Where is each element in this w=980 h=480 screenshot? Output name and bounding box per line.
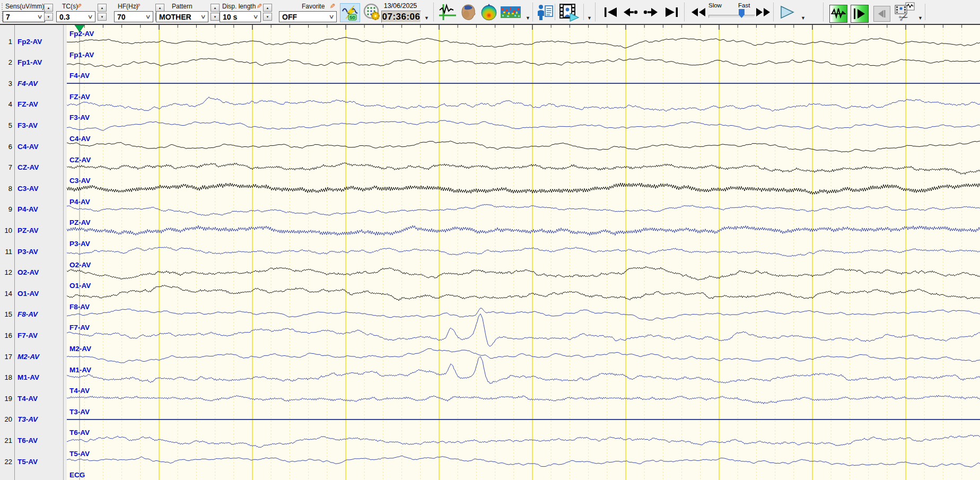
channel-row-p4-av[interactable]: 9P4-AV bbox=[0, 204, 63, 215]
step-back-button-disabled[interactable] bbox=[873, 6, 890, 22]
disp-length-spin-down-button[interactable]: ▼ bbox=[263, 13, 272, 21]
recording-date: 13/06/2025 bbox=[379, 2, 422, 10]
channel-row-o2-av[interactable]: 12O2-AV bbox=[0, 267, 63, 278]
channel-number: 4 bbox=[0, 100, 12, 108]
tc-edit-pencil-icon[interactable]: ✎ bbox=[75, 2, 83, 10]
pattern-combobox[interactable]: MOTHER∨ bbox=[156, 11, 208, 22]
channel-row-t3-av[interactable]: 20T3-AV bbox=[0, 414, 63, 425]
hf-spin-up-button[interactable]: ▲ bbox=[155, 4, 164, 12]
hf-combobox[interactable]: 70∨ bbox=[114, 11, 153, 22]
time-dropdown-arrow-icon[interactable]: ▼ bbox=[424, 15, 429, 21]
channel-row-f4-av[interactable]: 3F4-AV bbox=[0, 78, 63, 89]
clip-export-button[interactable]: ✂ bbox=[894, 2, 916, 23]
pattern-label: Pattern bbox=[172, 3, 192, 10]
fast-forward-button[interactable] bbox=[755, 6, 771, 18]
electrode-settings-button[interactable] bbox=[363, 3, 381, 21]
channel-name: P4-AV bbox=[18, 205, 38, 213]
channel-name: M1-AV bbox=[18, 373, 39, 381]
pattern-spin-up-button[interactable]: ▲ bbox=[211, 4, 220, 12]
next-event-button[interactable] bbox=[643, 6, 659, 18]
pattern-spin-down-button[interactable]: ▼ bbox=[211, 13, 220, 21]
channel-number: 1 bbox=[0, 38, 12, 46]
favorite-label: Favorite bbox=[302, 3, 325, 10]
play-button[interactable] bbox=[778, 4, 795, 20]
channel-number: 17 bbox=[0, 353, 12, 361]
arrow-left-to-dot-icon bbox=[623, 7, 638, 18]
arrow-left-disabled-icon bbox=[877, 10, 887, 18]
channel-number: 20 bbox=[0, 415, 12, 423]
hf-edit-pencil-icon[interactable]: ✎ bbox=[134, 2, 142, 10]
tc-combobox[interactable]: 0.3∨ bbox=[56, 11, 95, 22]
channel-row-fp2-av[interactable]: 1Fp2-AV bbox=[0, 36, 63, 47]
go-to-end-button[interactable] bbox=[663, 6, 679, 18]
3d-head-map-button[interactable] bbox=[459, 3, 477, 21]
channel-number: 9 bbox=[0, 205, 12, 213]
channel-name: FZ-AV bbox=[18, 100, 38, 108]
play-on-green-icon bbox=[853, 8, 866, 20]
channel-row-f8-av[interactable]: 15F8-AV bbox=[0, 309, 63, 320]
channel-row-m2-av[interactable]: 17M2-AV bbox=[0, 351, 63, 362]
channel-name: M2-AV bbox=[18, 353, 39, 361]
channel-row-t6-av[interactable]: 21T6-AV bbox=[0, 435, 63, 446]
review-waveform-button[interactable] bbox=[829, 5, 847, 23]
disp-length-spin-up-button[interactable]: ▲ bbox=[263, 4, 272, 12]
sens-spin-up-button[interactable]: ▲ bbox=[44, 4, 53, 12]
channel-number: 5 bbox=[0, 121, 12, 129]
trace-label-t3-av: T3-AV bbox=[69, 408, 90, 416]
channel-number: 11 bbox=[0, 248, 12, 256]
disp-length-combobox[interactable]: 10 s∨ bbox=[220, 11, 261, 22]
sens-combobox[interactable]: 7∨ bbox=[3, 11, 45, 22]
speed-slider-track[interactable] bbox=[708, 15, 755, 18]
channel-name: F4-AV bbox=[18, 80, 38, 88]
wave-on-green-icon bbox=[831, 7, 846, 20]
tc-spin-up-button[interactable]: ▲ bbox=[98, 4, 107, 12]
channel-row-o1-av[interactable]: 14O1-AV bbox=[0, 288, 63, 299]
spectrogram-trend-button[interactable] bbox=[501, 6, 521, 18]
disp-length-edit-pencil-icon[interactable]: ✎ bbox=[255, 2, 264, 10]
film-scissors-icon: ✂ bbox=[894, 2, 916, 23]
favorite-edit-pencil-icon[interactable]: ✎ bbox=[328, 2, 337, 10]
channel-row-f7-av[interactable]: 16F7-AV bbox=[0, 330, 63, 341]
channel-row-fz-av[interactable]: 4FZ-AV bbox=[0, 99, 63, 110]
channel-row-pz-av[interactable]: 10PZ-AV bbox=[0, 225, 63, 235]
clip-dropdown-arrow-icon[interactable]: ▼ bbox=[918, 15, 923, 21]
trace-label-p3-av: P3-AV bbox=[69, 240, 90, 248]
topography-map-button[interactable] bbox=[480, 3, 498, 21]
trace-label-p4-av: P4-AV bbox=[69, 198, 90, 206]
video-dropdown-arrow-icon[interactable]: ▼ bbox=[587, 15, 592, 21]
go-to-start-button[interactable] bbox=[603, 6, 619, 18]
channel-row-cz-av[interactable]: 7CZ-AV bbox=[0, 162, 63, 173]
channel-row-t5-av[interactable]: 22T5-AV bbox=[0, 456, 63, 467]
channel-row-t4-av[interactable]: 19T4-AV bbox=[0, 393, 63, 404]
previous-event-button[interactable] bbox=[623, 6, 638, 18]
channel-row-c3-av[interactable]: 8C3-AV bbox=[0, 183, 63, 194]
favorite-combobox[interactable]: OFF∨ bbox=[279, 11, 337, 22]
channel-name: T3-AV bbox=[18, 415, 38, 423]
recording-time: 07:36:06 bbox=[381, 11, 421, 23]
channel-name: C4-AV bbox=[18, 143, 39, 151]
channel-row-p3-av[interactable]: 11P3-AV bbox=[0, 246, 63, 257]
channel-name: F7-AV bbox=[18, 331, 38, 339]
sens-label: Sens(uV/mm) bbox=[5, 3, 44, 10]
waveform-axis-button[interactable] bbox=[438, 3, 457, 21]
waveform-display-area[interactable]: Fp2-AVFp1-AVF4-AVFZ-AVF3-AVC4-AVCZ-AVC3-… bbox=[67, 25, 980, 480]
tc-spin-down-button[interactable]: ▼ bbox=[98, 13, 107, 21]
trace-label-m1-av: M1-AV bbox=[69, 366, 91, 374]
display-mode-dropdown-arrow-icon[interactable]: ▼ bbox=[526, 15, 530, 21]
play-segment-button[interactable] bbox=[851, 5, 869, 23]
channel-row-m1-av[interactable]: 18M1-AV bbox=[0, 372, 63, 383]
fast-backward-button[interactable] bbox=[690, 6, 706, 18]
video-playback-button[interactable] bbox=[558, 3, 580, 22]
chevron-down-icon: ∨ bbox=[88, 13, 97, 20]
channel-row-fp1-av[interactable]: 2Fp1-AV bbox=[0, 57, 63, 68]
play-dropdown-arrow-icon[interactable]: ▼ bbox=[801, 15, 806, 21]
dot-to-arrow-right-icon bbox=[643, 7, 658, 18]
double-arrow-right-icon bbox=[756, 7, 771, 18]
patient-info-icon bbox=[537, 4, 554, 21]
channel-row-c4-av[interactable]: 6C4-AV bbox=[0, 141, 63, 152]
sens-spin-down-button[interactable]: ▼ bbox=[44, 13, 53, 21]
electrode-head-gear-icon bbox=[363, 3, 381, 21]
notch-filter-button[interactable]: 50 bbox=[340, 3, 360, 22]
channel-row-f3-av[interactable]: 5F3-AV bbox=[0, 120, 63, 130]
patient-information-button[interactable] bbox=[536, 3, 554, 21]
